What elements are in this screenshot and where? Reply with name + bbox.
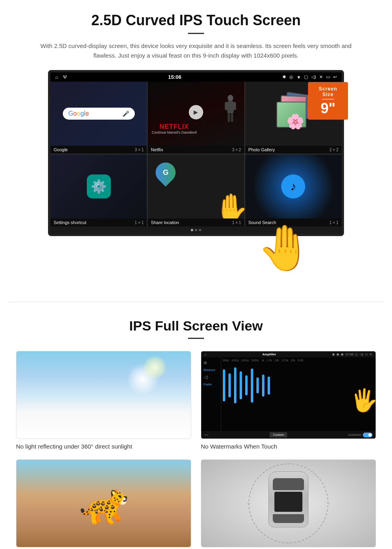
app-cell-sound[interactable]: ♪ Sound Search 1 × 1 (245, 154, 342, 226)
feature-fast: 🐆 Super Fast Response (16, 459, 191, 549)
sound-app-size: 1 × 1 (329, 220, 338, 225)
app-cell-share[interactable]: G 🤚 Share location 1 × 1 (148, 154, 244, 226)
ips-section: IPS Full Screen View No light reflecting… (0, 302, 392, 549)
window-icon: ▭ (326, 74, 330, 80)
sound-label: Sound Search 1 × 1 (245, 218, 342, 226)
app-cell-google[interactable]: Google 🎤 Google 3 × 1 (50, 82, 147, 154)
settings-app-name: Settings shortcut (54, 220, 86, 225)
share-app-size: 1 × 1 (232, 220, 241, 225)
netflix-preview: ▶ NETFLIX Continue Marvel's Daredevil (148, 82, 244, 146)
statusbar-left: ⌂ Ψ (55, 74, 67, 80)
google-label: Google 3 × 1 (50, 146, 147, 154)
section1-title: 2.5D Curved IPS Touch Screen (16, 12, 376, 29)
svg-rect-3 (233, 102, 236, 110)
back-icon: ↩ (333, 74, 337, 80)
statusbar-right: ✱ ◎ ▼ ▢ ◁) ✕ ▭ ↩ (282, 74, 337, 80)
amp-time: 17:33 (345, 353, 353, 356)
wifi-icon: ▼ (296, 75, 301, 80)
home-icon: ⌂ (55, 74, 58, 80)
badge-size: 9" (313, 101, 343, 116)
car-body (268, 471, 308, 527)
apps-grid: Google 🎤 Google 3 × 1 (50, 82, 342, 226)
sound-app-name: Sound Search (248, 220, 276, 225)
daredevil-figure (222, 95, 238, 129)
google-search-bar[interactable]: Google 🎤 (63, 108, 135, 120)
title-underline (188, 33, 204, 34)
photo-stack: 🌸 (273, 94, 313, 134)
pager-dot-3 (199, 229, 201, 231)
gallery-label: Photo Gallery 2 × 2 (245, 146, 342, 154)
car-top-view (264, 471, 312, 535)
pager-dots (50, 226, 342, 234)
google-preview: Google 🎤 (50, 82, 147, 146)
device-screen: ⌂ Ψ 15:06 ✱ ◎ ▼ ▢ ◁) ✕ ▭ ↩ (48, 70, 344, 236)
statusbar-time: 15:06 (168, 74, 181, 80)
volume-icon: ◁) (311, 74, 316, 80)
feature-watermark: ⌂ Amplifier ◉◉◉ 17:33 ▢◁)▭↩ ⊞ Balance (201, 351, 376, 450)
sound-preview: ♪ (245, 154, 342, 218)
settings-app-size: 1 × 1 (135, 220, 144, 225)
flower-image: 🌸 (280, 108, 310, 134)
status-bar: ⌂ Ψ 15:06 ✱ ◎ ▼ ▢ ◁) ✕ ▭ ↩ (50, 72, 342, 82)
svg-rect-4 (228, 113, 230, 122)
settings-label: Settings shortcut 1 × 1 (50, 218, 147, 226)
netflix-logo: NETFLIX (152, 123, 196, 130)
app-cell-netflix[interactable]: ▶ NETFLIX Continue Marvel's Daredevil (148, 82, 244, 154)
netflix-overlay: NETFLIX Continue Marvel's Daredevil (152, 123, 196, 134)
camera-icon: ▢ (304, 74, 308, 80)
google-app-size: 3 × 1 (135, 148, 144, 152)
share-label: Share location 1 × 1 (148, 218, 244, 226)
share-app-name: Share location (151, 220, 179, 225)
car-roof (274, 492, 302, 512)
badge-title: Screen Size (313, 86, 343, 97)
feature-angle: ↑ ↓ ← → Large Viewing Angle (201, 459, 376, 549)
settings-preview: ⚙️ (50, 154, 147, 218)
pager-dot-2 (195, 229, 197, 231)
eq-hand: 🖐 (350, 387, 376, 413)
svg-rect-2 (225, 102, 228, 110)
watermark-label: No Watermarks When Touch (201, 443, 376, 450)
sunlight-label: No light reflecting under 360° direct su… (16, 443, 191, 450)
section1-description: With 2.5D curved-display screen, this de… (32, 41, 360, 60)
play-button[interactable]: ▶ (189, 105, 203, 119)
svg-rect-5 (231, 113, 233, 122)
custom-btn: Custom (270, 432, 287, 437)
feature-sunlight: No light reflecting under 360° direct su… (16, 351, 191, 450)
sound-icon: ♪ (281, 174, 305, 198)
google-app-name: Google (54, 147, 68, 152)
amp-title: Amplifier (262, 353, 276, 356)
device-mockup: ⌂ Ψ 15:06 ✱ ◎ ▼ ▢ ◁) ✕ ▭ ↩ (48, 70, 344, 236)
gallery-app-size: 2 × 2 (329, 148, 338, 152)
svg-point-0 (228, 95, 233, 101)
netflix-subtitle: Continue Marvel's Daredevil (152, 130, 196, 134)
badge-divider (322, 99, 334, 100)
touch-screen-section: 2.5D Curved IPS Touch Screen With 2.5D c… (0, 0, 392, 286)
netflix-app-size: 3 × 2 (232, 148, 241, 152)
location-icon: ◎ (289, 74, 293, 80)
bluetooth-icon: ✱ (282, 74, 286, 80)
car-rear-window (273, 514, 304, 523)
car-image: ↑ ↓ ← → (201, 459, 376, 547)
google-logo: Google (68, 110, 89, 117)
car-windshield (273, 478, 304, 490)
app-cell-settings[interactable]: ⚙️ Settings shortcut 1 × 1 (50, 154, 147, 226)
netflix-label: Netflix 3 × 2 (148, 146, 244, 154)
section2-underline (188, 338, 204, 339)
gallery-app-name: Photo Gallery (248, 147, 275, 152)
netflix-bg: ▶ NETFLIX Continue Marvel's Daredevil (148, 82, 244, 146)
photo-card-3: 🌸 (276, 102, 306, 128)
amplifier-image: ⌂ Amplifier ◉◉◉ 17:33 ▢◁)▭↩ ⊞ Balance (201, 351, 376, 439)
sunlight-image (16, 351, 191, 439)
usb-icon: Ψ (63, 74, 67, 80)
share-preview: G 🤚 (148, 154, 244, 218)
section2-title: IPS Full Screen View (16, 318, 376, 334)
cheetah-image: 🐆 (16, 459, 191, 547)
svg-rect-1 (227, 101, 234, 113)
screen-size-badge: Screen Size 9" (308, 82, 348, 120)
settings-icon: ⚙️ (87, 174, 111, 198)
mic-icon: 🎤 (122, 110, 129, 117)
cheetah-figure: 🐆 (79, 480, 129, 527)
netflix-app-name: Netflix (151, 147, 163, 152)
pager-dot-1 (191, 229, 193, 231)
feature-grid: No light reflecting under 360° direct su… (16, 351, 376, 549)
